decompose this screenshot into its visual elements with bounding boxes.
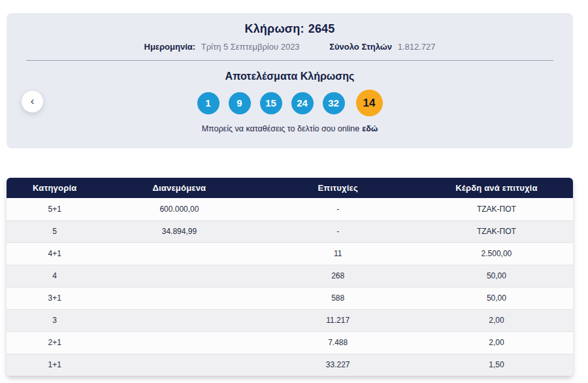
table-cell: 4 [7,265,103,287]
winning-number-ball: 24 [291,92,314,114]
column-header: Κέρδη ανά επιτυχία [420,178,573,198]
table-cell: 600.000,00 [103,198,255,220]
chevron-left-icon: ‹ [31,95,35,107]
draw-title-label: Κλήρωση: [244,22,304,35]
column-header: Διανεμόμενα [103,178,255,198]
table-cell [103,309,255,331]
table-cell [103,242,255,265]
table-row: 1+133.2271,50 [7,354,573,376]
date-value: Τρίτη 5 Σεπτεμβρίου 2023 [201,42,300,52]
table-row: 2+17.4882,00 [7,331,573,354]
table-cell: 268 [255,265,419,287]
table-cell: 50,00 [420,287,573,309]
table-cell: - [255,220,419,242]
table-cell: 2,00 [420,331,573,354]
joker-number-ball: 14 [356,90,383,116]
winning-number-ball: 1 [197,92,220,114]
table-cell [103,287,255,309]
total-columns-label: Σύνολο Στηλών [329,42,392,52]
winnings-table: ΚατηγορίαΔιανεμόμεναΕπιτυχίεςΚέρδη ανά ε… [7,178,573,376]
table-cell: ΤΖΑΚ-ΠΟΤ [420,198,573,220]
table-row: 3+158850,00 [7,287,573,309]
table-cell: - [255,198,419,220]
table-row: 5+1600.000,00-ΤΖΑΚ-ΠΟΤ [7,198,573,220]
table-cell: 7.488 [255,331,419,354]
draw-title: Κλήρωση:2645 [7,13,573,36]
table-row: 534.894,99-ΤΖΑΚ-ΠΟΤ [7,220,573,242]
table-cell: 11 [255,242,419,265]
table-body: 5+1600.000,00-ΤΖΑΚ-ΠΟΤ534.894,99-ΤΖΑΚ-ΠΟ… [7,198,573,376]
draw-meta: Ημερομηνία: Τρίτη 5 Σεπτεμβρίου 2023 Σύν… [7,42,573,52]
results-title: Αποτελέσματα Κλήρωσης [7,71,573,82]
column-header: Επιτυχίες [255,178,419,198]
date-label: Ημερομηνία: [144,42,196,52]
divider [26,60,553,61]
winning-number-ball: 32 [323,92,345,114]
table-cell: 2+1 [7,331,103,354]
table-cell: 3+1 [7,287,103,309]
table-cell: 1+1 [7,354,103,376]
table-cell: 2,00 [420,309,573,331]
table-row: 4+1112.500,00 [7,242,573,265]
table-cell: 11.217 [255,309,419,331]
total-columns: Σύνολο Στηλών 1.812.727 [329,42,435,52]
draw-summary-card: Κλήρωση:2645 Ημερομηνία: Τρίτη 5 Σεπτεμβ… [7,13,573,148]
table-cell [103,265,255,287]
winning-number-ball: 15 [260,92,282,114]
deposit-line: Μπορείς να καταθέσεις το δελτίο σου onli… [7,124,573,133]
winnings-table-card: ΚατηγορίαΔιανεμόμεναΕπιτυχίεςΚέρδη ανά ε… [7,178,573,376]
table-cell: ΤΖΑΚ-ΠΟΤ [420,220,573,242]
table-cell: 50,00 [420,265,573,287]
total-columns-value: 1.812.727 [398,42,436,52]
table-cell: 34.894,99 [103,220,255,242]
deposit-text: Μπορείς να καταθέσεις το δελτίο σου onli… [202,124,360,133]
previous-draw-button[interactable]: ‹ [22,91,43,112]
table-cell: 4+1 [7,242,103,265]
draw-date: Ημερομηνία: Τρίτη 5 Σεπτεμβρίου 2023 [144,42,302,52]
table-row: 426850,00 [7,265,573,287]
table-cell [103,331,255,354]
table-cell: 3 [7,309,103,331]
table-cell [103,354,255,376]
results-balls: 1915243214 [7,90,573,116]
column-header: Κατηγορία [7,178,103,198]
table-cell: 33.227 [255,354,419,376]
table-cell: 2.500,00 [420,242,573,265]
draw-number: 2645 [308,22,335,35]
table-cell: 588 [255,287,419,309]
table-cell: 1,50 [420,354,573,376]
table-row: 311.2172,00 [7,309,573,331]
table-header-row: ΚατηγορίαΔιανεμόμεναΕπιτυχίεςΚέρδη ανά ε… [7,178,573,198]
deposit-here-link[interactable]: εδώ [362,124,378,133]
table-cell: 5 [7,220,103,242]
winning-number-ball: 9 [229,92,251,114]
table-cell: 5+1 [7,198,103,220]
